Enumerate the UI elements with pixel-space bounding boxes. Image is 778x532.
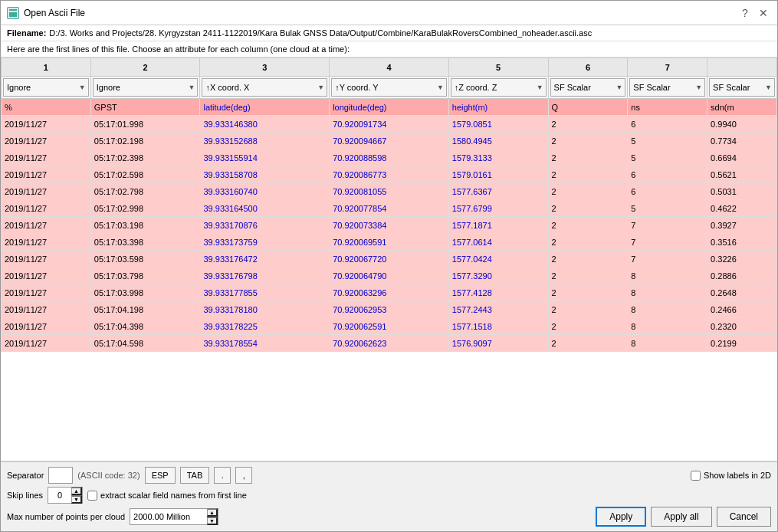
data-cell-9-0: 2019/11/27 <box>2 268 91 284</box>
col-2-select[interactable]: Ignore ↑X coord. X ↑Y coord. Y ↑Z coord.… <box>93 78 199 97</box>
header-cell-2: GPST <box>90 99 200 116</box>
data-cell-3-2: 39.933158708 <box>200 166 330 183</box>
col-1-select[interactable]: Ignore ↑X coord. X ↑Y coord. Y ↑Z coord.… <box>3 78 89 97</box>
extract-checkbox[interactable] <box>87 491 97 501</box>
col-3-select[interactable]: Ignore ↑X coord. X ↑Y coord. Y ↑Z coord.… <box>202 78 327 97</box>
show-labels-checkbox[interactable] <box>691 471 701 481</box>
data-cell-11-6: 8 <box>628 301 707 318</box>
data-table-container[interactable]: 1 2 3 4 5 6 7 Ignore ↑X coord. <box>1 57 777 461</box>
col-num-3: 3 <box>200 58 330 77</box>
data-cell-12-7: 0.2320 <box>707 318 777 335</box>
separator-input[interactable] <box>48 467 73 484</box>
data-cell-6-4: 1577.1871 <box>448 217 548 234</box>
data-cell-8-5: 2 <box>548 251 628 268</box>
apply-button[interactable]: Apply <box>596 507 646 527</box>
data-cell-2-2: 39.933155914 <box>200 149 330 166</box>
skip-lines-down[interactable]: ▼ <box>71 495 82 504</box>
data-cell-2-3: 70.920088598 <box>330 149 449 166</box>
col-type-1[interactable]: Ignore ↑X coord. X ↑Y coord. Y ↑Z coord.… <box>2 77 91 99</box>
data-cell-6-6: 7 <box>628 217 707 234</box>
close-button[interactable]: ✕ <box>756 5 771 21</box>
data-cell-6-2: 39.933170876 <box>200 217 330 234</box>
header-cell-7: ns <box>628 99 707 116</box>
max-points-spinbox[interactable]: ▲ ▼ <box>130 508 218 525</box>
data-cell-5-7: 0.4622 <box>707 200 777 217</box>
max-points-down[interactable]: ▼ <box>207 517 218 525</box>
data-cell-7-5: 2 <box>548 234 628 251</box>
ascii-code-display: (ASCII code: 32) <box>77 471 140 480</box>
data-cell-10-0: 2019/11/27 <box>2 284 91 301</box>
show-labels-text: Show labels in 2D <box>704 471 771 480</box>
data-cell-7-1: 05:17:03.398 <box>90 234 200 251</box>
col-type-6[interactable]: Ignore ↑X coord. X ↑Y coord. Y ↑Z coord.… <box>548 77 628 99</box>
col-type-8[interactable]: Ignore ↑X coord. X ↑Y coord. Y ↑Z coord.… <box>707 77 777 99</box>
header-cell-1: % <box>2 99 91 116</box>
data-cell-13-6: 8 <box>628 335 707 352</box>
data-cell-1-2: 39.933152688 <box>200 133 330 149</box>
col-4-select[interactable]: Ignore ↑X coord. X ↑Y coord. Y ↑Z coord.… <box>331 78 447 97</box>
data-cell-3-7: 0.5621 <box>707 166 777 183</box>
data-cell-2-7: 0.6694 <box>707 149 777 166</box>
col-8-select[interactable]: Ignore ↑X coord. X ↑Y coord. Y ↑Z coord.… <box>709 78 775 97</box>
max-points-row: Max number of points per cloud ▲ ▼ Apply… <box>7 507 771 527</box>
data-cell-12-0: 2019/11/27 <box>2 318 91 335</box>
data-cell-12-1: 05:17:04.398 <box>90 318 200 335</box>
data-cell-3-5: 2 <box>548 166 628 183</box>
data-cell-5-1: 05:17:02.998 <box>90 200 200 217</box>
data-cell-9-1: 05:17:03.798 <box>90 268 200 284</box>
data-cell-3-6: 6 <box>628 166 707 183</box>
col-5-select[interactable]: Ignore ↑X coord. X ↑Y coord. Y ↑Z coord.… <box>451 78 547 97</box>
skip-lines-input[interactable] <box>48 488 71 503</box>
filename-label: Filename: <box>7 28 46 38</box>
data-cell-6-0: 2019/11/27 <box>2 217 91 234</box>
skip-lines-row: Skip lines ▲ ▼ extract scalar field name… <box>7 487 771 504</box>
title-bar: Open Ascii File ? ✕ <box>1 1 777 25</box>
data-cell-13-0: 2019/11/27 <box>2 335 91 352</box>
data-cell-13-2: 39.933178554 <box>200 335 330 352</box>
data-cell-4-1: 05:17:02.798 <box>90 183 200 200</box>
col-type-7[interactable]: Ignore ↑X coord. X ↑Y coord. Y ↑Z coord.… <box>628 77 707 99</box>
filename-bar: Filename: D:/3. Works and Projects/28. K… <box>1 25 777 41</box>
col-type-2[interactable]: Ignore ↑X coord. X ↑Y coord. Y ↑Z coord.… <box>90 77 200 99</box>
max-points-input[interactable] <box>130 509 207 524</box>
cancel-button[interactable]: Cancel <box>717 507 771 527</box>
col-6-select[interactable]: Ignore ↑X coord. X ↑Y coord. Y ↑Z coord.… <box>550 78 626 97</box>
header-cell-8: sdn(m <box>707 99 777 116</box>
data-cell-2-5: 2 <box>548 149 628 166</box>
data-cell-4-7: 0.5031 <box>707 183 777 200</box>
skip-lines-spinbox[interactable]: ▲ ▼ <box>48 487 83 504</box>
data-cell-1-6: 5 <box>628 133 707 149</box>
table-row: 2019/11/2705:17:02.39839.93315591470.920… <box>2 149 777 166</box>
table-row: 2019/11/2705:17:04.19839.93317818070.920… <box>2 301 777 318</box>
data-cell-11-1: 05:17:04.198 <box>90 301 200 318</box>
tab-button[interactable]: TAB <box>180 467 210 484</box>
data-cell-10-1: 05:17:03.998 <box>90 284 200 301</box>
data-cell-7-7: 0.3516 <box>707 234 777 251</box>
data-cell-5-0: 2019/11/27 <box>2 200 91 217</box>
data-cell-0-4: 1579.0851 <box>448 116 548 133</box>
esp-button[interactable]: ESP <box>145 467 176 484</box>
max-points-up[interactable]: ▲ <box>207 508 218 517</box>
help-button[interactable]: ? <box>737 5 753 21</box>
header-cell-6: Q <box>548 99 628 116</box>
data-cell-8-1: 05:17:03.598 <box>90 251 200 268</box>
title-bar-controls: ? ✕ <box>737 5 771 21</box>
data-cell-12-4: 1577.1518 <box>448 318 548 335</box>
col-num-5: 5 <box>448 58 548 77</box>
skip-lines-up[interactable]: ▲ <box>71 487 82 495</box>
table-row: 2019/11/2705:17:03.59839.93317647270.920… <box>2 251 777 268</box>
col-type-3[interactable]: Ignore ↑X coord. X ↑Y coord. Y ↑Z coord.… <box>200 77 330 99</box>
comma-button[interactable]: , <box>235 467 252 484</box>
data-cell-9-3: 70.920064790 <box>330 268 449 284</box>
data-cell-13-7: 0.2199 <box>707 335 777 352</box>
dot-button[interactable]: . <box>214 467 231 484</box>
data-cell-12-2: 39.933178225 <box>200 318 330 335</box>
col-7-select[interactable]: Ignore ↑X coord. X ↑Y coord. Y ↑Z coord.… <box>629 78 705 97</box>
col-num-8 <box>707 58 777 77</box>
col-type-4[interactable]: Ignore ↑X coord. X ↑Y coord. Y ↑Z coord.… <box>330 77 449 99</box>
table-row: 2019/11/2705:17:02.19839.93315268870.920… <box>2 133 777 149</box>
apply-all-button[interactable]: Apply all <box>651 507 711 527</box>
skip-lines-label: Skip lines <box>7 491 43 500</box>
data-cell-9-4: 1577.3290 <box>448 268 548 284</box>
col-type-5[interactable]: Ignore ↑X coord. X ↑Y coord. Y ↑Z coord.… <box>448 77 548 99</box>
